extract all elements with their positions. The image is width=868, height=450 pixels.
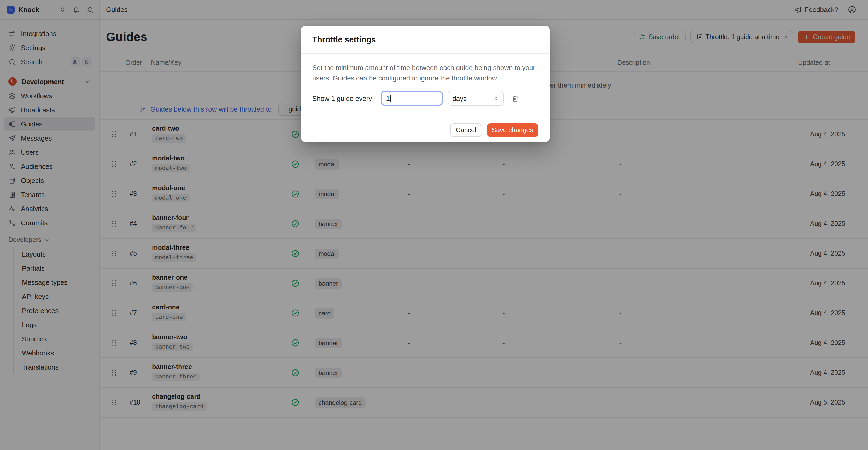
modal-description: Set the minimum amount of time between e…	[312, 63, 538, 83]
select-stepper-icon	[493, 95, 499, 102]
throttle-form-label: Show 1 guide every	[312, 94, 372, 102]
throttle-form-row: Show 1 guide every 1 days	[312, 91, 538, 106]
throttle-settings-modal: Throttle settings Set the minimum amount…	[301, 26, 550, 142]
modal-header: Throttle settings	[301, 26, 550, 54]
save-changes-button[interactable]: Save changes	[487, 123, 538, 137]
throttle-interval-value: 1	[386, 94, 390, 102]
text-cursor	[391, 94, 391, 102]
modal-body: Set the minimum amount of time between e…	[301, 54, 550, 118]
remove-throttle-button[interactable]	[511, 94, 519, 102]
throttle-interval-input[interactable]: 1	[381, 91, 443, 106]
throttle-unit-value: days	[452, 94, 467, 102]
modal-footer: Cancel Save changes	[301, 118, 550, 142]
modal-title: Throttle settings	[312, 35, 376, 44]
cancel-button[interactable]: Cancel	[450, 123, 482, 137]
throttle-unit-select[interactable]: days	[447, 91, 504, 106]
